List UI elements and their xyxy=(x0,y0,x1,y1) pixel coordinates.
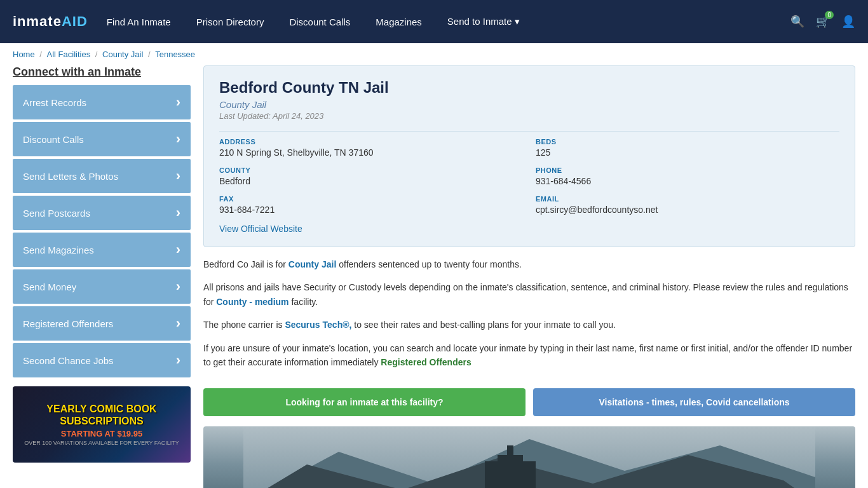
header: inmateAID Find An Inmate Prison Director… xyxy=(0,0,868,43)
breadcrumb: Home / All Facilities / County Jail / Te… xyxy=(0,43,868,65)
desc-para3: The phone carrier is Securus Tech®, to s… xyxy=(203,318,855,332)
chevron-icon xyxy=(176,131,180,147)
logo[interactable]: inmateAID xyxy=(13,13,88,30)
chevron-icon xyxy=(176,352,180,369)
breadcrumb-all-facilities[interactable]: All Facilities xyxy=(47,50,91,59)
facility-updated: Last Updated: April 24, 2023 xyxy=(219,111,839,121)
breadcrumb-sep3: / xyxy=(148,50,153,59)
breadcrumb-sep2: / xyxy=(95,50,100,59)
visitations-cta-button[interactable]: Visitations - times, rules, Covid cancel… xyxy=(533,388,855,416)
sidebar-item-label: Discount Calls xyxy=(23,134,84,145)
sidebar-item-label: Send Letters & Photos xyxy=(23,171,118,182)
info-email: EMAIL cpt.sircy@bedfordcountyso.net xyxy=(536,195,839,215)
nav-send-to-inmate[interactable]: Send to Inmate ▾ xyxy=(447,16,520,27)
county-jail-link[interactable]: County Jail xyxy=(288,259,336,269)
chevron-icon xyxy=(176,168,180,184)
sidebar-item-send-magazines[interactable]: Send Magazines xyxy=(13,233,191,267)
chevron-icon xyxy=(176,278,180,295)
facility-card: Bedford County TN Jail County Jail Last … xyxy=(203,65,855,247)
main-content: Bedford County TN Jail County Jail Last … xyxy=(203,65,855,488)
sidebar-item-label: Second Chance Jobs xyxy=(23,355,114,366)
nav-magazines[interactable]: Magazines xyxy=(376,17,422,27)
ad-banner-fine: OVER 100 VARIATIONS AVAILABLE FOR EVERY … xyxy=(24,440,179,446)
sidebar-title: Connect with an Inmate xyxy=(13,65,191,79)
info-address: ADDRESS 210 N Spring St, Shelbyville, TN… xyxy=(219,138,523,158)
facility-description: Bedford Co Jail is for County Jail offen… xyxy=(203,257,855,388)
address-value: 210 N Spring St, Shelbyville, TN 37160 xyxy=(219,147,523,158)
info-county: COUNTY Bedford xyxy=(219,166,523,186)
securus-link[interactable]: Securus Tech®, xyxy=(285,320,351,330)
search-icon[interactable]: 🔍 xyxy=(790,15,804,29)
logo-main: inmate xyxy=(13,13,62,29)
sidebar-item-send-letters[interactable]: Send Letters & Photos xyxy=(13,159,191,193)
fax-value: 931-684-7221 xyxy=(219,205,523,215)
breadcrumb-home[interactable]: Home xyxy=(13,50,35,59)
sidebar-item-label: Send Postcards xyxy=(23,208,90,219)
nav-discount-calls[interactable]: Discount Calls xyxy=(289,17,350,27)
facility-name: Bedford County TN Jail xyxy=(219,79,839,97)
facility-photo-svg xyxy=(203,426,855,488)
nav-prison-directory[interactable]: Prison Directory xyxy=(196,17,264,27)
cart-icon[interactable]: 🛒0 xyxy=(816,15,830,29)
breadcrumb-county-jail[interactable]: County Jail xyxy=(102,50,143,59)
svg-rect-5 xyxy=(507,445,513,458)
info-fax: FAX 931-684-7221 xyxy=(219,195,523,215)
main-layout: Connect with an Inmate Arrest Records Di… xyxy=(0,65,868,488)
address-label: ADDRESS xyxy=(219,138,523,146)
chevron-icon xyxy=(176,241,180,258)
sidebar-item-discount-calls[interactable]: Discount Calls xyxy=(13,122,191,156)
sidebar-item-send-money[interactable]: Send Money xyxy=(13,269,191,304)
email-label: EMAIL xyxy=(536,195,839,203)
chevron-icon xyxy=(176,205,180,221)
sidebar-item-second-chance-jobs[interactable]: Second Chance Jobs xyxy=(13,343,191,377)
sidebar: Connect with an Inmate Arrest Records Di… xyxy=(13,65,191,488)
sidebar-item-label: Send Money xyxy=(23,281,76,292)
registered-offenders-link[interactable]: Registered Offenders xyxy=(381,357,471,367)
sidebar-item-label: Registered Offenders xyxy=(23,318,113,329)
cart-badge: 0 xyxy=(825,11,834,19)
sidebar-item-registered-offenders[interactable]: Registered Offenders xyxy=(13,306,191,341)
email-value: cpt.sircy@bedfordcountyso.net xyxy=(536,205,839,215)
main-nav: Find An Inmate Prison Directory Discount… xyxy=(107,16,790,27)
chevron-icon xyxy=(176,315,180,332)
user-icon[interactable]: 👤 xyxy=(841,15,855,29)
sidebar-item-arrest-records[interactable]: Arrest Records xyxy=(13,85,191,119)
cta-buttons: Looking for an inmate at this facility? … xyxy=(203,388,855,416)
beds-label: BEDS xyxy=(536,138,839,146)
sidebar-item-send-postcards[interactable]: Send Postcards xyxy=(13,196,191,230)
ad-banner-price: STARTING AT $19.95 xyxy=(61,429,142,438)
chevron-icon xyxy=(176,94,180,111)
facility-type: County Jail xyxy=(219,99,839,110)
ad-banner-title: YEARLY COMIC BOOKSUBSCRIPTIONS xyxy=(46,403,156,427)
county-label: COUNTY xyxy=(219,166,523,174)
desc-para4: If you are unsure of your inmate's locat… xyxy=(203,341,855,370)
sidebar-item-label: Send Magazines xyxy=(23,245,94,255)
phone-value: 931-684-4566 xyxy=(536,176,839,186)
sidebar-item-label: Arrest Records xyxy=(23,97,86,108)
view-official-website-link[interactable]: View Official Website xyxy=(219,224,302,234)
breadcrumb-sep1: / xyxy=(39,50,44,59)
phone-label: PHONE xyxy=(536,166,839,174)
logo-text: inmateAID xyxy=(13,13,88,30)
nav-find-inmate[interactable]: Find An Inmate xyxy=(107,17,171,27)
logo-aid: AID xyxy=(62,13,88,29)
breadcrumb-state[interactable]: Tennessee xyxy=(155,50,195,59)
county-medium-link[interactable]: County - medium xyxy=(216,297,288,307)
facility-photo xyxy=(203,426,855,488)
ad-banner[interactable]: YEARLY COMIC BOOKSUBSCRIPTIONS STARTING … xyxy=(13,386,191,463)
facility-info-grid: ADDRESS 210 N Spring St, Shelbyville, TN… xyxy=(219,131,839,215)
find-inmate-cta-button[interactable]: Looking for an inmate at this facility? xyxy=(203,388,526,416)
info-beds: BEDS 125 xyxy=(536,138,839,158)
desc-para2: All prisons and jails have Security or C… xyxy=(203,280,855,309)
county-value: Bedford xyxy=(219,176,523,186)
beds-value: 125 xyxy=(536,147,839,158)
desc-para1: Bedford Co Jail is for County Jail offen… xyxy=(203,257,855,271)
fax-label: FAX xyxy=(219,195,523,203)
header-icons: 🔍 🛒0 👤 xyxy=(790,15,855,29)
info-phone: PHONE 931-684-4566 xyxy=(536,166,839,186)
